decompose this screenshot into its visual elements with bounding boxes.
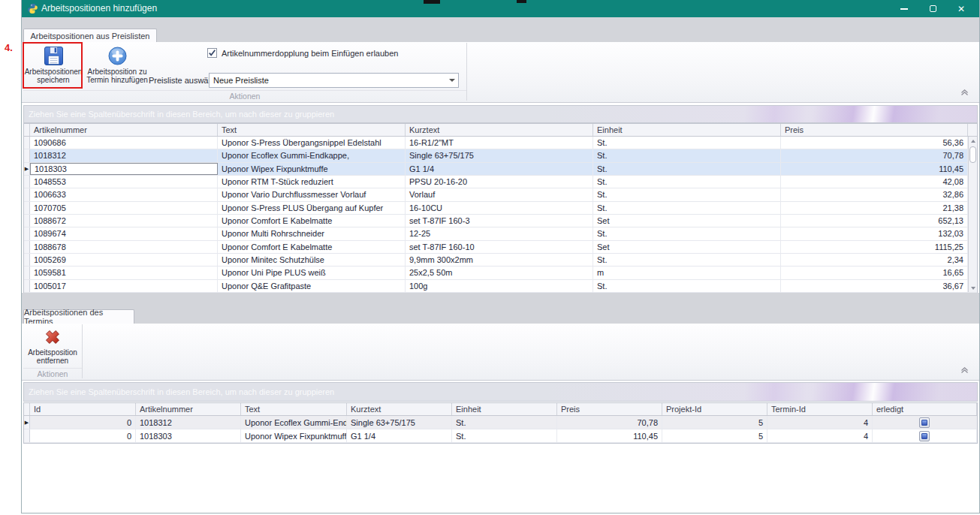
cell[interactable]: 1070705 xyxy=(30,202,218,214)
column-header-erledigt[interactable]: erledigt xyxy=(873,403,977,415)
vertical-scrollbar[interactable] xyxy=(968,137,977,292)
erledigt-toggle[interactable] xyxy=(873,416,977,429)
cell[interactable]: St. xyxy=(593,202,781,214)
remove-position-button[interactable]: Arbeitsposition entfernen xyxy=(23,325,82,372)
minimize-button[interactable] xyxy=(892,0,916,17)
cell[interactable]: 2,34 xyxy=(781,254,968,266)
cell[interactable]: Uponor Wipex Fixpunktmuffe xyxy=(218,163,406,175)
cell[interactable]: Uponor Minitec Schutzhülse xyxy=(218,254,406,266)
cell[interactable]: Single 63+75/175 xyxy=(347,416,452,429)
cell[interactable]: 12-25 xyxy=(406,227,593,239)
group-by-bar-bottom[interactable]: Ziehen Sie eine Spaltenüberschrift in di… xyxy=(23,382,978,402)
table-row[interactable]: 1090686Uponor S-Press Übergangsnippel Ed… xyxy=(24,137,977,149)
table-row[interactable]: 1018312Uponor Ecoflex Gummi-Endkappe,Sin… xyxy=(24,149,977,162)
cell[interactable]: 0 xyxy=(30,429,136,442)
column-header-preis[interactable]: Preis xyxy=(781,124,968,136)
cell[interactable]: 1090686 xyxy=(30,137,218,149)
table-row[interactable]: 1006633Uponor Vario Durchflussmesser Vor… xyxy=(24,188,977,201)
column-header-preis[interactable]: Preis xyxy=(557,403,662,415)
cell[interactable]: St. xyxy=(452,416,557,429)
cell[interactable]: 21,38 xyxy=(781,202,968,214)
group-by-bar-top[interactable]: Ziehen Sie eine Spaltenüberschrift in di… xyxy=(23,105,978,123)
maximize-button[interactable] xyxy=(921,0,945,17)
cell[interactable]: St. xyxy=(593,163,781,175)
table-row[interactable]: 1005269Uponor Minitec Schutzhülse9,9mm 3… xyxy=(24,254,977,267)
cell[interactable]: Vorlauf xyxy=(406,188,593,200)
column-header-artikelnummer[interactable]: Artikelnummer xyxy=(136,403,241,415)
cell[interactable]: 4 xyxy=(767,429,873,442)
column-header-text[interactable]: Text xyxy=(218,124,406,136)
pricelist-combo[interactable]: Neue Preisliste xyxy=(209,73,459,88)
table-row[interactable]: 1059581Uponor Uni Pipe PLUS weiß25x2,5 5… xyxy=(24,267,977,279)
column-header-projekt-id[interactable]: Projekt-Id xyxy=(662,403,767,415)
cell[interactable]: PPSU 20-16-20 xyxy=(406,176,593,188)
cell[interactable]: Uponor Wipex Fixpunktmuffe xyxy=(241,429,347,442)
cell[interactable]: 1115,25 xyxy=(781,241,968,253)
column-header-termin-id[interactable]: Termin-Id xyxy=(767,403,873,415)
cell[interactable]: Uponor RTM T-Stück reduziert xyxy=(218,176,406,188)
table-row[interactable]: 1048553Uponor RTM T-Stück reduziertPPSU … xyxy=(24,176,977,188)
cell[interactable]: 1088678 xyxy=(30,241,218,253)
column-header-id[interactable]: Id xyxy=(30,403,136,415)
tab-arbeitspositionen-des-termins[interactable]: Arbeitspositionen des Termins xyxy=(23,309,134,324)
cell[interactable]: St. xyxy=(593,176,781,188)
column-header-text[interactable]: Text xyxy=(241,403,347,415)
cell[interactable]: 1005269 xyxy=(30,254,218,266)
scroll-up-icon[interactable] xyxy=(969,137,977,145)
cell[interactable]: 70,78 xyxy=(557,416,662,429)
cell[interactable]: 9,9mm 300x2mm xyxy=(406,254,593,266)
cell[interactable]: Uponor Ecoflex Gummi-Endkap... xyxy=(241,416,347,429)
table-row[interactable]: 1088678Uponor Comfort E Kabelmatteset T-… xyxy=(24,241,977,254)
scrollbar-thumb[interactable] xyxy=(969,146,976,163)
cell[interactable]: 5 xyxy=(662,429,767,442)
cell[interactable]: 1059581 xyxy=(30,267,218,279)
column-header-kurztext[interactable]: Kurztext xyxy=(347,403,452,415)
cell[interactable]: St. xyxy=(593,149,781,161)
column-header-einheit[interactable]: Einheit xyxy=(452,403,557,415)
cell[interactable]: St. xyxy=(593,227,781,239)
cell[interactable]: 25x2,5 50m xyxy=(406,267,593,279)
cell[interactable]: St. xyxy=(593,254,781,266)
table-row[interactable]: 1089674Uponor Multi Rohrschneider12-25St… xyxy=(24,227,977,240)
cell[interactable]: m xyxy=(593,267,781,279)
close-button[interactable]: ✕ xyxy=(949,0,973,17)
cell[interactable]: 5 xyxy=(662,416,767,429)
table-row[interactable]: 1070705Uponor S-Press PLUS Übergang auf … xyxy=(24,202,977,215)
cell[interactable]: Uponor Q&E Grafitpaste xyxy=(218,280,406,292)
cell[interactable]: Uponor Uni Pipe PLUS weiß xyxy=(218,267,406,279)
cell[interactable]: 1006633 xyxy=(30,188,218,200)
cell[interactable]: 1088672 xyxy=(30,215,218,227)
table-row[interactable]: 1005017Uponor Q&E Grafitpaste100gSt.36,6… xyxy=(24,280,977,293)
cell[interactable]: set T-87IF 160-3 xyxy=(406,215,593,227)
cell[interactable]: 42,08 xyxy=(781,176,968,188)
cell[interactable]: St. xyxy=(593,188,781,200)
collapse-ribbon-icon[interactable] xyxy=(958,365,970,375)
cell[interactable]: 0 xyxy=(30,416,136,429)
cell[interactable]: 110,45 xyxy=(781,163,968,175)
cell[interactable]: 652,13 xyxy=(781,215,968,227)
duplicate-checkbox[interactable]: Artikelnummerdopplung beim Einfügen erla… xyxy=(207,48,398,58)
cell[interactable]: 100g xyxy=(406,280,593,292)
cell[interactable]: 1018312 xyxy=(136,416,241,429)
cell[interactable]: 36,67 xyxy=(781,280,968,292)
cell[interactable]: 16-R1/2"MT xyxy=(406,137,593,149)
cell[interactable]: 56,36 xyxy=(781,137,968,149)
table-row[interactable]: ▶01018312Uponor Ecoflex Gummi-Endkap...S… xyxy=(24,416,977,429)
cell[interactable]: 1005017 xyxy=(30,280,218,292)
column-header-einheit[interactable]: Einheit xyxy=(593,124,781,136)
cell[interactable]: 16,65 xyxy=(781,267,968,279)
cell[interactable]: 1089674 xyxy=(30,227,218,239)
cell[interactable]: 132,03 xyxy=(781,227,968,239)
erledigt-toggle[interactable] xyxy=(873,429,977,442)
table-row[interactable]: ▶1018303Uponor Wipex FixpunktmuffeG1 1/4… xyxy=(24,163,977,176)
erledigt-checkbox-icon[interactable] xyxy=(919,417,930,428)
tab-arbeitspositionen-aus-preislisten[interactable]: Arbeitspositionen aus Preislisten xyxy=(23,29,157,42)
cell[interactable]: Set xyxy=(593,215,781,227)
cell[interactable]: Uponor Comfort E Kabelmatte xyxy=(218,215,406,227)
cell[interactable]: Uponor Vario Durchflussmesser Vorlauf xyxy=(218,188,406,200)
cell[interactable]: St. xyxy=(593,280,781,292)
cell[interactable]: Uponor Multi Rohrschneider xyxy=(218,227,406,239)
cell[interactable]: St. xyxy=(452,429,557,442)
cell[interactable]: 16-10CU xyxy=(406,202,593,214)
cell[interactable]: 4 xyxy=(767,416,873,429)
